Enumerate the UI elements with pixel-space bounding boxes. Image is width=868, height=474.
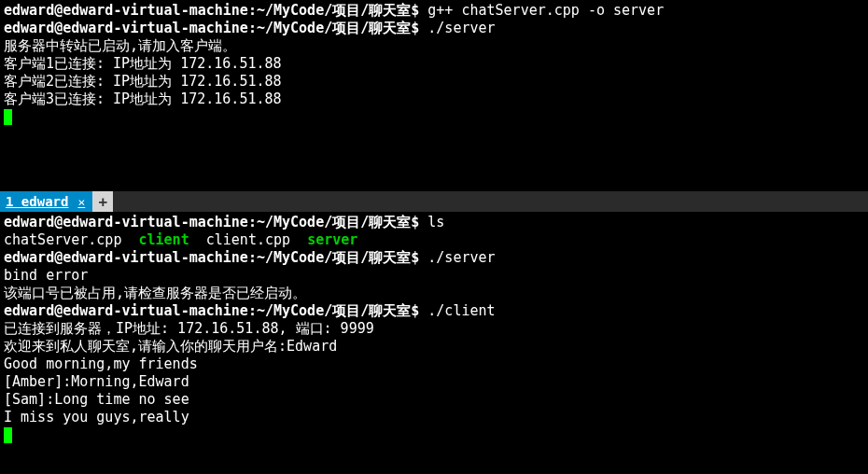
cursor-icon [4,427,12,443]
add-tab-button[interactable]: + [92,191,113,212]
tab-bar: 1 edward × + [0,191,868,212]
tab-edward[interactable]: 1 edward × [0,191,92,212]
terminal-output: 该端口号已被占用,请检查服务器是否已经启动。 [4,285,864,302]
terminal-line: edward@edward-virtual-machine:~/MyCode/项… [4,2,864,20]
cursor-line [4,426,864,444]
cursor-icon [4,109,12,125]
terminal-output: 欢迎来到私人聊天室,请输入你的聊天用户名:Edward [4,338,864,356]
file-name: client.cpp [189,231,307,248]
terminal-output: [Amber]:Morning,Edward [4,373,864,391]
command-text: ./client [419,302,495,319]
terminal-line: edward@edward-virtual-machine:~/MyCode/项… [4,302,864,320]
executable-name: client [139,231,189,248]
command-text: ./server [419,20,495,36]
terminal-output: 服务器中转站已启动,请加入客户端。 [4,37,864,55]
command-text: g++ chatServer.cpp -o server [419,2,664,19]
terminal-output: 客户端3已连接: IP地址为 172.16.51.88 [4,91,864,108]
prompt: edward@edward-virtual-machine:~/MyCode/项… [4,2,419,19]
prompt: edward@edward-virtual-machine:~/MyCode/项… [4,214,419,230]
terminal-output: Good morning,my friends [4,356,864,373]
prompt: edward@edward-virtual-machine:~/MyCode/项… [4,249,419,266]
file-name: chatServer.cpp [4,231,139,248]
close-icon[interactable]: × [77,193,85,211]
prompt: edward@edward-virtual-machine:~/MyCode/项… [4,302,419,319]
terminal-top-pane[interactable]: edward@edward-virtual-machine:~/MyCode/项… [0,0,868,191]
terminal-output: 已连接到服务器，IP地址: 172.16.51.88, 端口: 9999 [4,320,864,338]
tab-label: 1 edward [6,193,68,211]
command-text: ./server [419,249,495,266]
terminal-output: 客户端1已连接: IP地址为 172.16.51.88 [4,55,864,73]
terminal-output: [Sam]:Long time no see [4,391,864,409]
terminal-bottom-pane[interactable]: edward@edward-virtual-machine:~/MyCode/项… [0,212,868,446]
command-text: ls [419,214,444,230]
terminal-line: edward@edward-virtual-machine:~/MyCode/项… [4,214,864,231]
terminal-output: 客户端2已连接: IP地址为 172.16.51.88 [4,73,864,91]
plus-icon: + [98,193,107,211]
terminal-line: edward@edward-virtual-machine:~/MyCode/项… [4,249,864,267]
cursor-line [4,108,864,126]
terminal-output: bind error [4,267,864,285]
prompt: edward@edward-virtual-machine:~/MyCode/项… [4,20,419,36]
terminal-output: I miss you guys,really [4,409,864,426]
executable-name: server [307,231,357,248]
terminal-line: edward@edward-virtual-machine:~/MyCode/项… [4,20,864,37]
terminal-output: chatServer.cpp client client.cpp server [4,231,864,249]
